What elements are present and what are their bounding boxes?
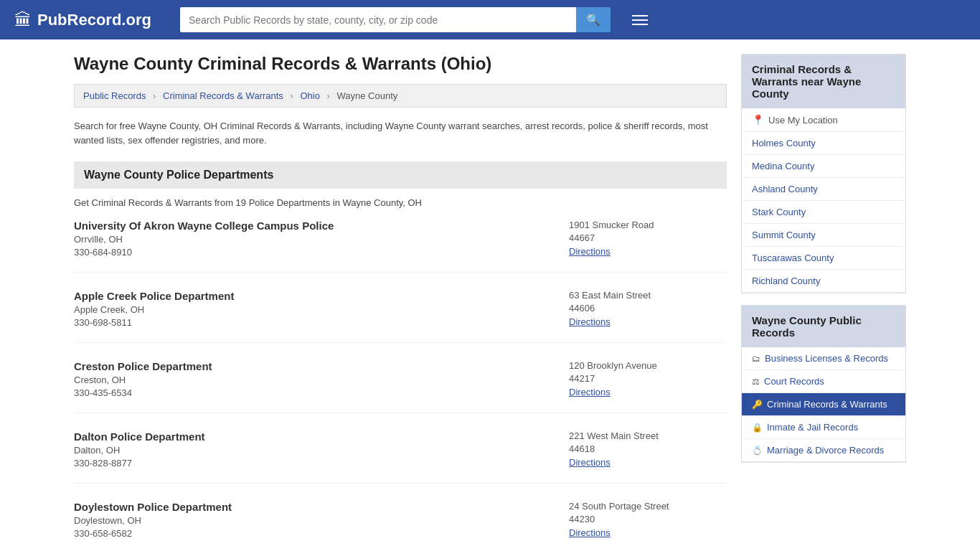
dept-left: Apple Creek Police Department Apple Cree…: [74, 290, 569, 328]
dept-zip: 44230: [569, 514, 727, 524]
sidebar-item-label: Marriage & Divorce Records: [767, 445, 884, 456]
rings-icon: 💍: [752, 446, 763, 456]
sidebar-item-label: Stark County: [752, 207, 806, 217]
dept-left: Creston Police Department Creston, OH 33…: [74, 360, 569, 398]
dept-name: Doylestown Police Department: [74, 501, 569, 513]
sidebar-item-court-records[interactable]: ⚖ Court Records: [742, 370, 905, 393]
page-title: Wayne County Criminal Records & Warrants…: [74, 54, 727, 74]
menu-line-1: [632, 15, 648, 17]
dept-right: 120 Brooklyn Avenue 44217 Directions: [569, 360, 727, 398]
dept-zip: 44217: [569, 373, 727, 384]
sidebar-item-richland[interactable]: Richland County: [742, 270, 905, 293]
main-container: Wayne County Criminal Records & Warrants…: [60, 39, 920, 551]
dept-left: University Of Akron Wayne College Campus…: [74, 220, 569, 258]
breadcrumb-ohio[interactable]: Ohio: [300, 90, 319, 101]
dept-address: 221 West Main Street: [569, 430, 727, 441]
dept-zip: 44667: [569, 232, 727, 243]
sidebar-item-label: Holmes County: [752, 138, 816, 149]
dept-entry: University Of Akron Wayne College Campus…: [74, 220, 727, 273]
logo-text: PubRecord.org: [37, 11, 151, 29]
directions-link[interactable]: Directions: [569, 246, 611, 257]
lock-icon: 🔒: [752, 423, 763, 433]
sidebar-item-label: Criminal Records & Warrants: [767, 399, 887, 410]
search-area: 🔍: [180, 7, 611, 32]
dept-city: Doylestown, OH: [74, 515, 569, 526]
sidebar-nearby-title: Criminal Records & Warrants near Wayne C…: [742, 55, 905, 108]
dept-city: Dalton, OH: [74, 445, 569, 456]
dept-left: Doylestown Police Department Doylestown,…: [74, 501, 569, 539]
directions-link[interactable]: Directions: [569, 457, 611, 468]
dept-right: 221 West Main Street 44618 Directions: [569, 430, 727, 468]
dept-city: Apple Creek, OH: [74, 304, 569, 315]
dept-address: 63 East Main Street: [569, 290, 727, 301]
dept-right: 63 East Main Street 44606 Directions: [569, 290, 727, 328]
logo-icon: 🏛: [14, 10, 32, 30]
dept-phone: 330-658-6582: [74, 528, 569, 539]
sidebar-item-criminal-records[interactable]: 🔑 Criminal Records & Warrants: [742, 393, 905, 416]
dept-entry: Dalton Police Department Dalton, OH 330-…: [74, 430, 727, 484]
sidebar-item-label: Tuscarawas County: [752, 253, 834, 263]
breadcrumb: Public Records › Criminal Records & Warr…: [74, 84, 727, 108]
sidebar-item-label: Inmate & Jail Records: [767, 422, 858, 433]
sidebar-nearby-section: Criminal Records & Warrants near Wayne C…: [741, 54, 906, 293]
dept-address: 1901 Smucker Road: [569, 220, 727, 230]
search-input[interactable]: [180, 7, 576, 32]
sidebar-item-label: Summit County: [752, 230, 816, 240]
dept-address: 24 South Portage Street: [569, 501, 727, 512]
sidebar-item-ashland[interactable]: Ashland County: [742, 178, 905, 201]
sidebar: Criminal Records & Warrants near Wayne C…: [741, 54, 906, 551]
breadcrumb-criminal-records[interactable]: Criminal Records & Warrants: [163, 90, 283, 101]
dept-name: Creston Police Department: [74, 360, 569, 372]
content-area: Wayne County Criminal Records & Warrants…: [74, 54, 727, 551]
dept-phone: 330-684-8910: [74, 247, 569, 258]
departments-list: University Of Akron Wayne College Campus…: [74, 220, 727, 551]
directions-link[interactable]: Directions: [569, 316, 611, 327]
location-icon: 📍: [752, 114, 764, 126]
sidebar-item-marriage-records[interactable]: 💍 Marriage & Divorce Records: [742, 439, 905, 462]
dept-right: 24 South Portage Street 44230 Directions: [569, 501, 727, 539]
breadcrumb-sep-3: ›: [327, 90, 330, 101]
dept-city: Orrville, OH: [74, 234, 569, 245]
sidebar-item-inmate-records[interactable]: 🔒 Inmate & Jail Records: [742, 416, 905, 439]
sidebar-item-business-licenses[interactable]: 🗂 Business Licenses & Records: [742, 347, 905, 370]
logo[interactable]: 🏛 PubRecord.org: [14, 10, 151, 30]
page-description: Search for free Wayne County, OH Crimina…: [74, 119, 727, 147]
dept-phone: 330-698-5811: [74, 317, 569, 328]
dept-entry: Doylestown Police Department Doylestown,…: [74, 501, 727, 551]
use-my-location[interactable]: 📍 Use My Location: [742, 108, 905, 132]
breadcrumb-county: Wayne County: [337, 90, 398, 101]
breadcrumb-public-records[interactable]: Public Records: [83, 90, 146, 101]
breadcrumb-sep-1: ›: [153, 90, 156, 101]
sidebar-public-records-title: Wayne County Public Records: [742, 306, 905, 347]
sidebar-public-records-section: Wayne County Public Records 🗂 Business L…: [741, 305, 906, 463]
dept-name: University Of Akron Wayne College Campus…: [74, 220, 569, 232]
menu-line-2: [632, 19, 648, 21]
sidebar-item-label: Richland County: [752, 276, 820, 286]
menu-line-3: [632, 24, 648, 25]
sidebar-item-holmes[interactable]: Holmes County: [742, 132, 905, 155]
search-button[interactable]: 🔍: [576, 7, 611, 32]
sidebar-item-medina[interactable]: Medina County: [742, 155, 905, 178]
dept-phone: 330-435-6534: [74, 387, 569, 398]
sidebar-item-summit[interactable]: Summit County: [742, 224, 905, 247]
dept-entry: Creston Police Department Creston, OH 33…: [74, 360, 727, 413]
dept-phone: 330-828-8877: [74, 458, 569, 468]
sidebar-item-stark[interactable]: Stark County: [742, 201, 905, 224]
use-location-label: Use My Location: [768, 115, 838, 126]
dept-address: 120 Brooklyn Avenue: [569, 360, 727, 371]
dept-zip: 44606: [569, 303, 727, 314]
sidebar-item-label: Business Licenses & Records: [765, 353, 888, 364]
scales-icon: ⚖: [752, 377, 760, 387]
menu-button[interactable]: [632, 15, 648, 25]
directions-link[interactable]: Directions: [569, 527, 611, 538]
directions-link[interactable]: Directions: [569, 387, 611, 397]
section-subtext: Get Criminal Records & Warrants from 19 …: [74, 197, 727, 208]
sidebar-item-label: Medina County: [752, 161, 814, 171]
dept-right: 1901 Smucker Road 44667 Directions: [569, 220, 727, 258]
section-header: Wayne County Police Departments: [74, 161, 727, 189]
sidebar-item-label: Court Records: [764, 376, 824, 387]
dept-left: Dalton Police Department Dalton, OH 330-…: [74, 430, 569, 468]
dept-name: Apple Creek Police Department: [74, 290, 569, 302]
sidebar-item-tuscarawas[interactable]: Tuscarawas County: [742, 247, 905, 270]
dept-zip: 44618: [569, 443, 727, 454]
